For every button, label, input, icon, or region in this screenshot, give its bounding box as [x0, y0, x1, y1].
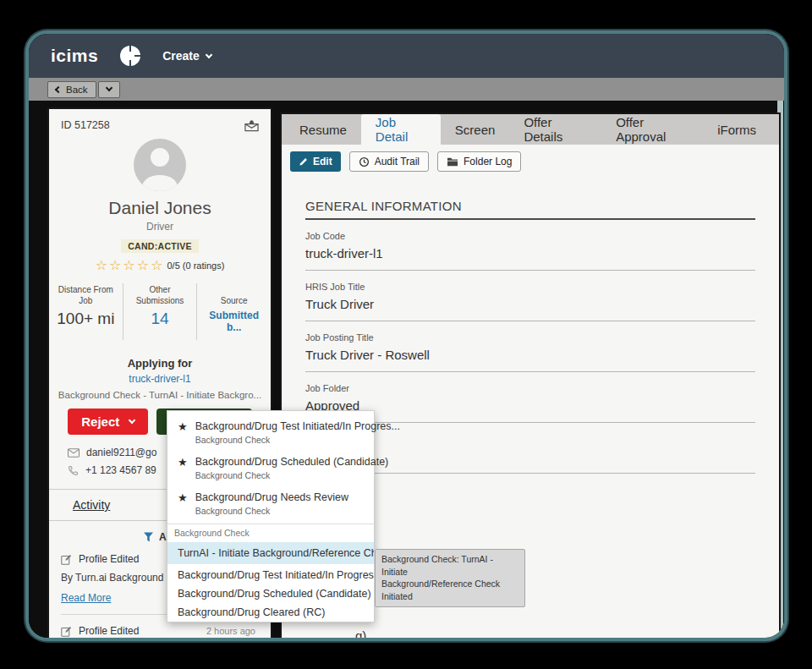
- chevron-down-icon: [129, 417, 135, 424]
- star-icon[interactable]: ☆: [96, 258, 109, 272]
- dropdown-item-subtitle: Background Check: [195, 506, 348, 516]
- field-value: Truck Driver: [305, 297, 755, 312]
- star-icon[interactable]: ☆: [151, 258, 164, 272]
- folder-log-button[interactable]: Folder Log: [437, 151, 521, 172]
- dropdown-item-title: Background/Drug Scheduled (Candidate): [195, 456, 389, 468]
- stats-row: Distance From Job 100+ mi Other Submissi…: [49, 283, 271, 340]
- history-clock-icon: [359, 156, 370, 167]
- field-value: Truck Driver - Roswell: [305, 348, 755, 363]
- tab-screen[interactable]: Screen: [441, 114, 510, 145]
- tab-offer-details[interactable]: Offer Details: [509, 114, 601, 145]
- field-job-code: Job Code truck-driver-l1: [305, 231, 755, 271]
- candidate-panel-header: ID 517258: [49, 109, 271, 132]
- dropdown-item-title: Background/Drug Needs Review: [195, 491, 348, 503]
- create-menu[interactable]: Create: [162, 49, 211, 63]
- edit-button[interactable]: Edit: [290, 151, 341, 172]
- stat-submissions: Other Submissions 14: [123, 283, 197, 340]
- candidate-avatar: [134, 139, 186, 191]
- candidate-name: Daniel Jones: [49, 198, 271, 218]
- star-icon[interactable]: ☆: [137, 258, 151, 272]
- back-dropdown-button[interactable]: [98, 81, 120, 98]
- applying-for-label: Applying for: [49, 357, 271, 370]
- app-window: icims Create Back ID 517258 Daniel Jon: [25, 30, 787, 641]
- dropdown-group-header: Background Check: [167, 524, 374, 540]
- field-label: Job Folder: [305, 383, 755, 393]
- field-hris-job-title: HRIS Job Title Truck Driver: [305, 282, 755, 321]
- star-icon: ★: [178, 491, 188, 516]
- stat-value: 100+ mi: [52, 310, 119, 328]
- stat-value-link[interactable]: 14: [127, 310, 194, 328]
- reject-button[interactable]: Reject: [68, 409, 148, 435]
- tab-activity[interactable]: Activity: [73, 498, 110, 512]
- dropdown-item[interactable]: Background/Drug Scheduled (Candidate): [167, 584, 374, 603]
- tab-resume[interactable]: Resume: [285, 114, 361, 145]
- activity-entry-title: Profile Edited: [79, 625, 200, 637]
- audit-trail-label: Audit Trail: [375, 156, 420, 167]
- audit-trail-button[interactable]: Audit Trail: [349, 151, 429, 172]
- applying-for-job-link[interactable]: truck-driver-l1: [49, 373, 271, 385]
- tab-iforms[interactable]: iForms: [703, 114, 771, 145]
- folder-icon: [447, 156, 458, 167]
- chevron-down-icon: [206, 51, 212, 58]
- tab-job-detail[interactable]: Job Detail: [361, 114, 441, 145]
- chevron-left-icon: [55, 85, 62, 92]
- create-menu-label: Create: [162, 49, 200, 63]
- status-badge: CAND:ACTIVE: [121, 239, 199, 253]
- pencil-icon: [299, 157, 308, 167]
- chevron-down-icon: [105, 85, 112, 91]
- dropdown-item-subtitle: Background Check: [195, 470, 389, 480]
- activity-entry-header: Profile Edited 2 hours ago: [61, 625, 259, 637]
- dropdown-item[interactable]: Background/Drug Cleared (RC): [167, 603, 374, 622]
- stat-label: Source: [200, 285, 267, 306]
- dropdown-item[interactable]: Background/Drug Test Initiated/In Progre…: [167, 566, 374, 584]
- back-button-label: Back: [66, 85, 88, 95]
- rating-row[interactable]: ☆☆☆☆☆ 0/5 (0 ratings): [49, 257, 271, 273]
- stat-distance: Distance From Job 100+ mi: [49, 283, 123, 340]
- candidate-id: ID 517258: [61, 119, 110, 132]
- read-more-link[interactable]: Read More: [61, 592, 111, 604]
- hover-tooltip: Background Check: TurnAI - Initiate Back…: [375, 549, 525, 607]
- field-value: truck-driver-l1: [305, 246, 755, 261]
- candidate-role: Driver: [49, 221, 271, 233]
- applying-status: Background Check - TurnAI - Initiate Bac…: [49, 390, 271, 400]
- phone-value: +1 123 4567 89: [85, 464, 156, 476]
- tab-offer-approval[interactable]: Offer Approval: [601, 114, 703, 145]
- star-icon[interactable]: ☆: [123, 258, 136, 272]
- star-icon: ★: [178, 456, 188, 480]
- top-navbar: icims Create: [29, 34, 784, 78]
- star-icon[interactable]: ☆: [109, 258, 123, 272]
- back-button[interactable]: Back: [47, 81, 96, 98]
- stat-value-link[interactable]: Submitted b...: [200, 310, 267, 333]
- icims-circle-mark-icon: [120, 46, 140, 66]
- stat-source: Source Submitted b...: [196, 283, 271, 340]
- edit-button-label: Edit: [313, 156, 332, 167]
- dropdown-starred-item[interactable]: ★ Background/Drug Test Initiated/In Prog…: [167, 414, 374, 450]
- edit-note-icon: [61, 554, 72, 565]
- activity-entry-time: 2 hours ago: [206, 626, 259, 636]
- star-icon: ★: [178, 420, 188, 445]
- field-label: HRIS Job Title: [305, 282, 755, 292]
- reject-button-label: Reject: [81, 414, 119, 429]
- dropdown-starred-item[interactable]: ★ Background/Drug Needs Review Backgroun…: [167, 485, 374, 521]
- detail-toolbar: Edit Audit Trail Folder Log: [282, 145, 779, 178]
- obscured-field-value-fragment: g): [355, 628, 366, 641]
- stat-label: Other Submissions: [127, 285, 194, 306]
- icims-logo: icims: [51, 46, 98, 66]
- rating-text: 0/5 (0 ratings): [167, 260, 224, 271]
- envelope-icon: [68, 448, 80, 458]
- dropdown-item-selected[interactable]: TurnAI - Initiate Background/Reference C…: [167, 542, 374, 564]
- folder-log-label: Folder Log: [464, 156, 512, 167]
- filter-funnel-icon: [144, 532, 153, 542]
- dropdown-starred-item[interactable]: ★ Background/Drug Scheduled (Candidate) …: [167, 450, 374, 485]
- edit-note-icon: [61, 626, 72, 637]
- field-job-posting-title: Job Posting Title Truck Driver - Roswell: [305, 332, 755, 372]
- dropdown-item-title: Background/Drug Test Initiated/In Progre…: [195, 420, 400, 432]
- tooltip-line: Background/Reference Check Initiated: [381, 578, 518, 602]
- advance-dropdown-menu: ★ Background/Drug Test Initiated/In Prog…: [167, 410, 375, 622]
- stat-label: Distance From Job: [52, 285, 119, 306]
- email-value: daniel9211@go: [86, 447, 156, 458]
- subscribe-envelope-bell-icon[interactable]: [244, 119, 259, 132]
- tooltip-line: Background Check: TurnAI - Initiate: [381, 553, 518, 578]
- field-label: Job Posting Title: [305, 332, 755, 343]
- main-content: ID 517258 Daniel Jones Driver CAND:ACTIV…: [29, 101, 784, 638]
